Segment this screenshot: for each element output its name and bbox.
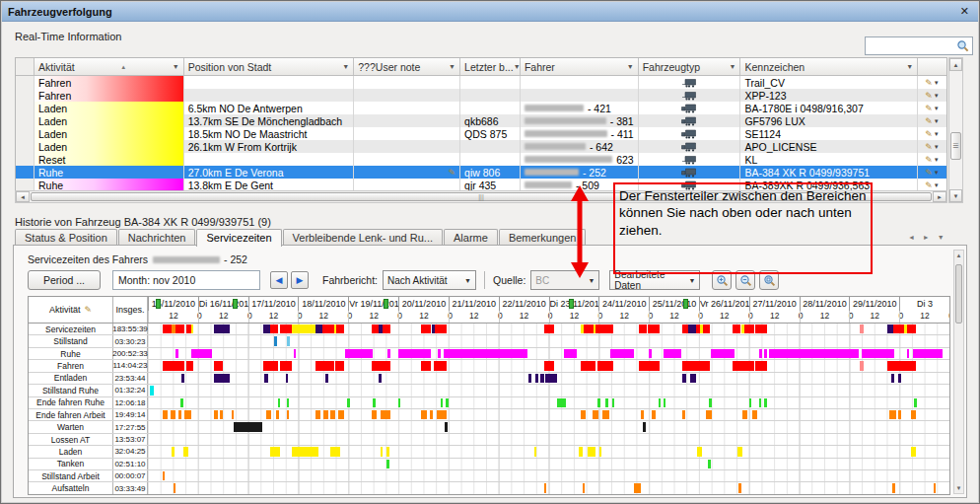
fahrbericht-dropdown[interactable]: Nach Aktivität ▼: [383, 270, 476, 290]
activity-segment: [581, 410, 586, 419]
chart-row-timeline[interactable]: [148, 324, 949, 334]
column-header--user-note[interactable]: ???User note▼: [354, 58, 460, 75]
chevron-down-icon[interactable]: ▼: [934, 157, 940, 163]
table-row[interactable]: FahrenXPP-123✎▼: [16, 89, 946, 102]
next-period-button[interactable]: ▶: [291, 271, 309, 289]
table-row[interactable]: Laden6.5km NO De Antwerpen- 421BA-1780E …: [16, 102, 946, 114]
scroll-right-icon[interactable]: ►: [933, 191, 946, 202]
table-row[interactable]: Reset623KL✎▼: [16, 153, 946, 166]
filter-dropdown-icon[interactable]: ▼: [906, 63, 913, 70]
row-edit-cell[interactable]: ✎▼: [918, 89, 946, 102]
chart-row-timeline[interactable]: [148, 360, 949, 371]
chevron-down-icon[interactable]: ▼: [934, 182, 940, 188]
column-header-letzter-b-[interactable]: Letzter b...▼: [460, 58, 521, 75]
row-edit-cell[interactable]: ✎▼: [918, 140, 946, 153]
tab-status-position[interactable]: Status & Position: [15, 229, 117, 246]
driver-cell: [521, 76, 639, 89]
filter-dropdown-icon[interactable]: ▼: [449, 63, 455, 70]
tab-verbleibende-lenk-und-ru-[interactable]: Verbleibende Lenk- und Ru...: [283, 229, 444, 246]
chevron-down-icon[interactable]: ▼: [934, 170, 940, 176]
row-edit-cell[interactable]: ✎▼: [918, 76, 946, 89]
chart-row-timeline[interactable]: [148, 459, 949, 469]
row-selector-cell[interactable]: [16, 140, 35, 153]
filter-dropdown-icon[interactable]: ▼: [342, 63, 349, 70]
table-row[interactable]: Ruhe27.0km E De Verona✎qiw 806- 252BA-38…: [16, 166, 946, 179]
column-header-fahrzeugtyp[interactable]: Fahrzeugtyp▼: [639, 58, 741, 75]
chevron-down-icon[interactable]: ▼: [934, 144, 940, 150]
chart-row-timeline[interactable]: [148, 397, 949, 408]
hour-tick-cell: 120: [549, 311, 599, 323]
chart-row-timeline[interactable]: [148, 348, 949, 359]
scroll-up-icon[interactable]: ▲: [949, 58, 962, 71]
column-header-fahrer[interactable]: Fahrer▼: [521, 58, 639, 75]
prev-period-button[interactable]: ◀: [270, 271, 288, 289]
column-header-position-von-stadt[interactable]: Position von Stadt▼: [184, 58, 355, 75]
chart-row: Stillstand03:30:23: [29, 335, 949, 347]
row-edit-cell[interactable]: ✎▼: [918, 166, 946, 179]
window-titlebar[interactable]: Fahrzeugverfolgung ✕: [2, 2, 978, 22]
chevron-down-icon[interactable]: ▼: [934, 106, 940, 111]
scroll-left-icon[interactable]: ◄: [16, 191, 30, 202]
chart-row-timeline[interactable]: [148, 446, 949, 457]
row-edit-cell[interactable]: ✎▼: [918, 127, 946, 140]
chart-row-timeline[interactable]: [148, 385, 949, 396]
filter-dropdown-icon[interactable]: ▼: [730, 63, 736, 70]
edit-icon[interactable]: ✎: [925, 104, 933, 113]
filter-dropdown-icon[interactable]: ▼: [514, 63, 521, 70]
row-selector-cell[interactable]: [16, 127, 35, 140]
edit-icon[interactable]: ✎: [925, 78, 933, 88]
edit-icon[interactable]: ✎: [84, 305, 92, 315]
row-selector-cell[interactable]: [16, 102, 35, 114]
column-header-kennzeichen[interactable]: Kennzeichen▼: [740, 58, 918, 75]
panel-scroll-up-icon[interactable]: ▲: [954, 252, 963, 258]
edit-icon[interactable]: ✎: [925, 168, 933, 178]
chart-row-timeline[interactable]: [148, 373, 949, 384]
column-header-aktivit-t[interactable]: Aktivität▲▼: [35, 58, 184, 75]
filter-dropdown-icon[interactable]: ▼: [627, 63, 634, 70]
row-selector-cell[interactable]: [16, 166, 35, 179]
panel-vertical-scrollbar[interactable]: ▲ ▼: [953, 250, 964, 494]
table-vertical-scrollbar[interactable]: ▲ ☰ ▼: [948, 57, 963, 203]
edit-icon[interactable]: ✎: [925, 142, 933, 152]
scroll-down-icon[interactable]: ▼: [949, 189, 962, 202]
edit-icon[interactable]: ✎: [449, 168, 456, 178]
row-edit-cell[interactable]: ✎▼: [918, 114, 946, 127]
chart-row-timeline[interactable]: [148, 409, 949, 420]
edit-icon[interactable]: ✎: [925, 129, 933, 139]
table-row[interactable]: Laden13.7km SE De Mönchengladbachqkb686-…: [16, 114, 946, 127]
chevron-down-icon[interactable]: ▼: [934, 131, 940, 137]
edit-icon[interactable]: ✎: [925, 155, 933, 165]
row-selector-cell[interactable]: [16, 153, 35, 166]
panel-scroll-thumb[interactable]: [955, 264, 962, 324]
panel-scroll-down-icon[interactable]: ▼: [954, 485, 963, 491]
tab-servicezeiten[interactable]: Servicezeiten: [196, 229, 281, 247]
filter-dropdown-icon[interactable]: ▼: [173, 63, 179, 70]
tab-alarme[interactable]: Alarme: [444, 229, 498, 246]
close-icon[interactable]: ✕: [957, 5, 972, 18]
edit-icon[interactable]: ✎: [925, 116, 933, 126]
tab-nachrichten[interactable]: Nachrichten: [118, 229, 196, 246]
table-row[interactable]: FahrenTrail_CV✎▼: [16, 76, 946, 89]
vertical-scroll-thumb[interactable]: ☰: [950, 132, 961, 160]
row-edit-cell[interactable]: ✎▼: [918, 102, 946, 114]
chart-row-timeline[interactable]: [148, 421, 949, 432]
chevron-down-icon[interactable]: ▼: [934, 118, 940, 124]
row-selector-cell[interactable]: [16, 89, 35, 102]
table-row[interactable]: Laden26.1km W From Kortrijk- 642APO_LICE…: [16, 140, 946, 153]
chart-row-timeline[interactable]: [148, 434, 949, 445]
chart-row-timeline[interactable]: [148, 482, 949, 493]
chevron-down-icon[interactable]: ▼: [934, 80, 940, 86]
row-selector-cell[interactable]: [16, 114, 35, 127]
chart-row-timeline[interactable]: [148, 470, 949, 481]
edit-icon[interactable]: ✎: [925, 91, 933, 101]
tab-scroll-control[interactable]: ◄ ► ▼: [908, 234, 947, 241]
chart-row-timeline[interactable]: [148, 335, 949, 346]
period-button[interactable]: Period ...: [28, 270, 101, 290]
table-row[interactable]: Laden18.5km NO De MaastrichtQDS 875- 411…: [16, 127, 946, 140]
row-selector-cell[interactable]: [16, 76, 35, 89]
chevron-down-icon[interactable]: ▼: [934, 93, 940, 99]
edit-icon[interactable]: ✎: [925, 180, 933, 190]
row-edit-cell[interactable]: ✎▼: [918, 153, 946, 166]
month-field[interactable]: Month: nov 2010: [112, 270, 260, 290]
search-input[interactable]: [865, 36, 973, 55]
